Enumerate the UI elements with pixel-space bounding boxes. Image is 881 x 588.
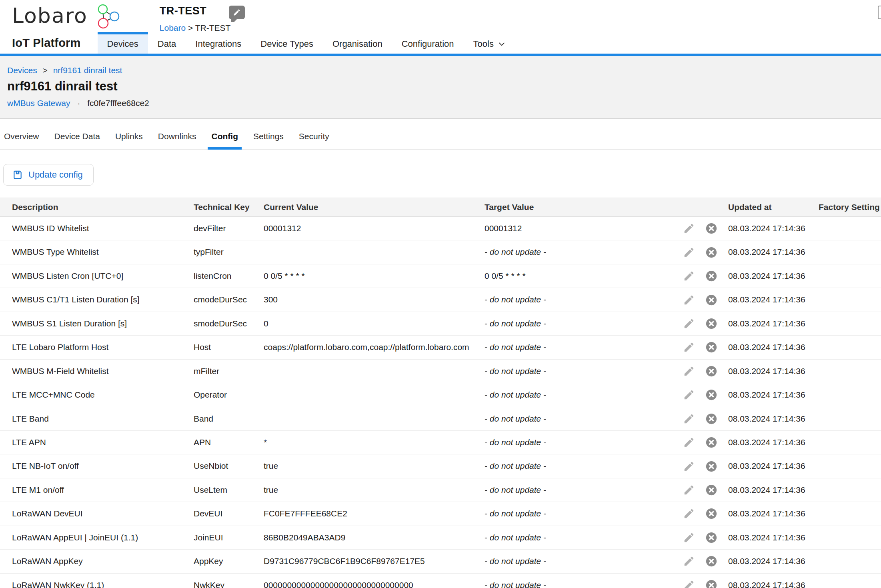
col-description: Description [0,198,189,217]
page-breadcrumb: Devices > nrf9161 dinrail test [7,66,874,75]
nav-item-integrations[interactable]: Integrations [186,32,251,54]
edit-target-icon[interactable] [683,555,695,567]
edit-target-icon[interactable] [683,365,695,377]
col-technical-key: Technical Key [189,198,259,217]
edit-target-icon[interactable] [683,246,695,258]
platform-brand-label: IoT Platform [12,36,81,50]
tab-config[interactable]: Config [204,126,245,149]
clear-target-icon[interactable] [705,318,717,330]
config-updated-at: 08.03.2024 17:14:36 [723,430,814,454]
config-factory-setting [814,217,881,240]
clear-target-icon[interactable] [705,413,717,425]
table-row: LTE Lobaro Platform Host Host coaps://pl… [0,336,881,359]
tab-security[interactable]: Security [291,126,337,149]
edit-target-icon[interactable] [683,222,695,234]
tab-downlinks[interactable]: Downlinks [150,126,204,149]
edit-target-icon[interactable] [683,413,695,425]
config-current-value: * [259,430,480,454]
edit-target-icon[interactable] [683,389,695,401]
clear-target-icon[interactable] [705,579,717,588]
edit-target-icon[interactable] [683,484,695,496]
config-factory-setting [814,359,881,383]
nav-item-organisation[interactable]: Organisation [323,32,392,54]
breadcrumb-devices-link[interactable]: Devices [7,66,37,75]
config-factory-setting [814,478,881,502]
config-description: LTE APN [0,430,189,454]
edit-target-icon[interactable] [683,270,695,282]
col-factory-setting: Factory Setting [814,198,881,217]
tab-uplinks[interactable]: Uplinks [108,126,150,149]
config-description: WMBUS Type Whitelist [0,240,189,264]
config-updated-at: 08.03.2024 17:14:36 [723,573,814,588]
table-row: LTE MCC+MNC Code Operator - do not updat… [0,383,881,407]
cutoff-corner-control[interactable] [878,6,881,19]
clear-target-icon[interactable] [705,484,717,496]
config-description: LoRaWAN NwkKey (1.1) [0,573,189,588]
edit-target-icon[interactable] [683,436,695,448]
config-factory-setting [814,454,881,478]
table-row: LoRaWAN AppEUI | JoinEUI (1.1) JoinEUI 8… [0,526,881,549]
tab-device-data[interactable]: Device Data [47,126,108,149]
config-current-value [259,359,480,383]
lobaro-logo[interactable]: Lobaro [12,4,121,30]
clear-target-icon[interactable] [705,270,717,282]
clear-target-icon[interactable] [705,555,717,567]
clear-target-icon[interactable] [705,246,717,258]
config-target-value: - do not update - [480,526,673,549]
config-target-value: - do not update - [480,573,673,588]
config-factory-setting [814,288,881,312]
config-factory-setting [814,336,881,359]
edit-target-icon[interactable] [683,460,695,472]
breadcrumb-device-link[interactable]: nrf9161 dinrail test [53,66,122,75]
device-type-link[interactable]: wMBus Gateway [7,98,70,108]
edit-target-icon[interactable] [683,532,695,544]
save-icon [12,170,23,180]
nav-item-data[interactable]: Data [148,32,186,54]
table-row: WMBUS ID Whitelist devFilter 00001312 00… [0,217,881,240]
config-updated-at: 08.03.2024 17:14:36 [723,312,814,335]
clear-target-icon[interactable] [705,341,717,353]
config-current-value: 0 0/5 * * * * [259,264,480,288]
config-target-value: 0 0/5 * * * * [480,264,673,288]
clear-target-icon[interactable] [705,389,717,401]
config-description: WMBUS M-Field Whitelist [0,359,189,383]
config-updated-at: 08.03.2024 17:14:36 [723,336,814,359]
clear-target-icon[interactable] [705,222,717,234]
config-technical-key: NwkKey [189,573,259,588]
config-target-value: - do not update - [480,550,673,573]
edit-target-icon[interactable] [683,318,695,330]
config-current-value: true [259,454,480,478]
clear-target-icon[interactable] [705,508,717,520]
config-description: WMBUS S1 Listen Duration [s] [0,312,189,335]
config-current-value [259,407,480,430]
tab-overview[interactable]: Overview [0,126,47,149]
edit-target-icon[interactable] [683,508,695,520]
config-updated-at: 08.03.2024 17:14:36 [723,407,814,430]
update-config-label: Update config [28,170,83,180]
clear-target-icon[interactable] [705,436,717,448]
config-factory-setting [814,383,881,407]
config-technical-key: mFilter [189,359,259,383]
window-breadcrumb: Lobaro > TR-TEST [160,23,245,33]
tab-settings[interactable]: Settings [246,126,291,149]
clear-target-icon[interactable] [705,365,717,377]
edit-target-icon[interactable] [683,341,695,353]
col-updated-at: Updated at [723,198,814,217]
clear-target-icon[interactable] [705,532,717,544]
edit-target-icon[interactable] [683,294,695,306]
nav-item-tools[interactable]: Tools [464,32,515,54]
config-updated-at: 08.03.2024 17:14:36 [723,264,814,288]
table-row: LoRaWAN AppKey AppKey D9731C96779CBC6F1B… [0,550,881,573]
clear-target-icon[interactable] [705,294,717,306]
update-config-button[interactable]: Update config [3,164,94,186]
config-factory-setting [814,407,881,430]
nav-item-devices[interactable]: Devices [98,32,148,54]
config-table: Description Technical Key Current Value … [0,198,881,588]
clear-target-icon[interactable] [705,460,717,472]
edit-target-icon[interactable] [683,579,695,588]
nav-item-configuration[interactable]: Configuration [392,32,464,54]
breadcrumb-lobaro-link[interactable]: Lobaro [160,23,186,32]
edit-title-button[interactable] [229,6,245,19]
nav-item-device-types[interactable]: Device Types [251,32,323,54]
config-target-value: - do not update - [480,430,673,454]
